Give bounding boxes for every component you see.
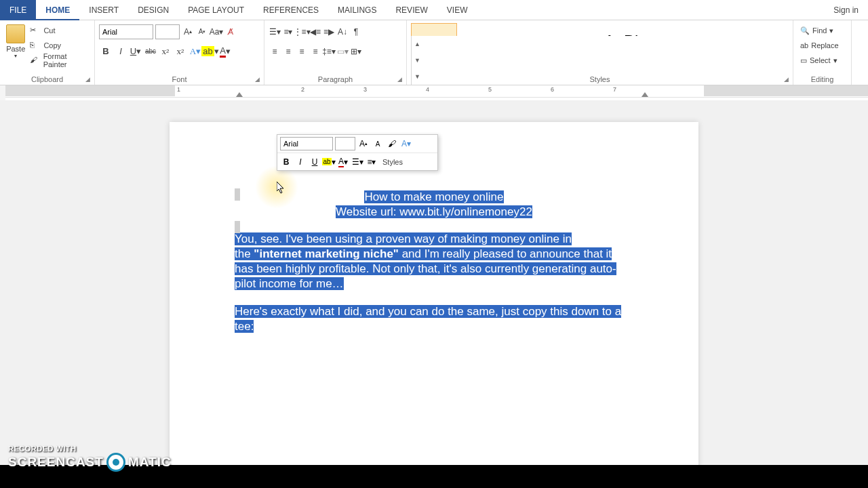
doc-title: How to make money online (364, 190, 503, 203)
tab-home[interactable]: HOME (36, 0, 79, 20)
replace-icon: ab (800, 41, 808, 49)
change-case-button[interactable]: Aa▾ (210, 25, 222, 39)
replace-button[interactable]: abReplace (797, 38, 847, 53)
align-right-button[interactable]: ≡ (296, 45, 308, 58)
doc-p2-line1: Here's exactly what I did, and you can d… (235, 305, 621, 318)
find-button[interactable]: 🔍Find ▾ (797, 23, 847, 38)
mini-styles-button[interactable]: Styles (380, 158, 406, 166)
mini-font-size[interactable] (335, 137, 355, 150)
multilevel-button[interactable]: ⋮≡▾ (296, 25, 308, 39)
style-title[interactable]: AaBlTitle (598, 23, 644, 36)
style-subtle-emphasis[interactable]: AaBbCcDcSubtle Em... (692, 23, 738, 36)
cut-button[interactable]: ✂Cut (30, 23, 90, 38)
paragraph-launcher[interactable]: ◢ (397, 76, 404, 83)
style-heading-2[interactable]: AaBbCcHeading 2 (551, 23, 597, 36)
mini-grow-font[interactable]: A▴ (357, 137, 370, 150)
mini-font-color[interactable]: A▾ (337, 155, 349, 169)
superscript-button[interactable]: x2 (174, 45, 187, 58)
group-paragraph: ☰▾ ≡▾ ⋮≡▾ ◀≡ ≡▶ A↓ ¶ ≡ ≡ ≡ ≡ ‡≡▾ ▭▾ ⊞▾ P… (264, 20, 407, 85)
style-heading-1[interactable]: AaBbCcHeading 1 (505, 23, 551, 36)
tab-file[interactable]: FILE (0, 0, 36, 20)
borders-button[interactable]: ⊞▾ (350, 45, 362, 58)
style-emphasis[interactable]: AaBbCcDcEmphasis (738, 23, 785, 36)
font-name-input[interactable] (99, 24, 153, 39)
sort-button[interactable]: A↓ (336, 25, 349, 39)
doc-p2-line2: tee: (235, 320, 254, 333)
tab-review[interactable]: REVIEW (386, 0, 437, 20)
font-color-button[interactable]: A▾ (218, 45, 232, 58)
format-painter-button[interactable]: 🖌Format Painter (30, 53, 90, 68)
paste-icon (6, 24, 25, 43)
clipboard-launcher[interactable]: ◢ (85, 76, 92, 83)
tab-insert[interactable]: INSERT (79, 0, 128, 20)
decrease-indent-button[interactable]: ◀≡ (309, 25, 321, 39)
clear-format-button[interactable]: A̸ (224, 25, 237, 39)
mini-toolbar: A▴ A 🖌 A▾ B I U ab▾ A▾ ☰▾ ≡▾ Styles (277, 134, 438, 171)
search-icon: 🔍 (800, 26, 810, 35)
strikethrough-button[interactable]: abc (144, 45, 157, 58)
group-label-font: Font (95, 75, 264, 83)
style-no-spacing[interactable]: AaBbCcDc¶ No Spac... (458, 23, 504, 36)
mini-shrink-font[interactable]: A (372, 137, 384, 150)
increase-indent-button[interactable]: ≡▶ (323, 25, 335, 39)
tab-page-layout[interactable]: PAGE LAYOUT (178, 0, 254, 20)
italic-button[interactable]: I (114, 45, 127, 58)
bold-button[interactable]: B (99, 45, 113, 58)
sign-in-link[interactable]: Sign in (824, 5, 868, 15)
mini-styles-icon[interactable]: A▾ (400, 137, 412, 150)
group-label-paragraph: Paragraph (264, 75, 406, 83)
group-editing: 🔍Find ▾ abReplace ▭Select ▾ Editing (793, 20, 852, 85)
doc-p1-line1: You, see. I've been using a proven way o… (235, 232, 572, 245)
group-label-clipboard: Clipboard (0, 75, 94, 83)
align-center-button[interactable]: ≡ (282, 45, 294, 58)
tab-mailings[interactable]: MAILINGS (328, 0, 386, 20)
style-normal[interactable]: AaBbCcDc¶ Normal (411, 23, 457, 36)
show-marks-button[interactable]: ¶ (350, 25, 362, 39)
styles-scroll-up[interactable]: ▲ (412, 36, 423, 52)
doc-p1-line3: has been highly profitable. Not only tha… (235, 262, 616, 275)
styles-scroll-down[interactable]: ▼ (412, 52, 423, 68)
mini-font-name[interactable] (280, 137, 333, 150)
align-left-button[interactable]: ≡ (269, 45, 281, 58)
tab-design[interactable]: DESIGN (128, 0, 178, 20)
styles-launcher[interactable]: ◢ (784, 76, 791, 83)
mini-underline[interactable]: U (309, 155, 321, 169)
group-styles: AaBbCcDc¶ Normal AaBbCcDc¶ No Spac... Aa… (407, 20, 793, 85)
mini-bold[interactable]: B (280, 155, 292, 169)
page[interactable]: How to make money online Website url: ww… (170, 122, 698, 465)
indent-marker-right[interactable] (642, 92, 648, 97)
copy-button[interactable]: ⎘Copy (30, 38, 90, 53)
subscript-button[interactable]: x2 (159, 45, 172, 58)
tab-view[interactable]: VIEW (437, 0, 477, 20)
shrink-font-button[interactable]: A▾ (196, 25, 208, 39)
line-spacing-button[interactable]: ‡≡▾ (323, 45, 335, 58)
style-subtitle[interactable]: AaBbCcDcSubtitle (645, 23, 691, 36)
paste-button[interactable]: Paste ▾ (4, 23, 27, 68)
group-clipboard: Paste ▾ ✂Cut ⎘Copy 🖌Format Painter Clipb… (0, 20, 95, 85)
cursor-icon: ▭ (800, 56, 807, 65)
font-size-input[interactable] (155, 24, 180, 39)
text-effects-button[interactable]: A▾ (189, 45, 202, 58)
mini-highlight[interactable]: ab▾ (323, 155, 335, 169)
line-marker (235, 221, 240, 233)
underline-button[interactable]: U▾ (129, 45, 142, 58)
indent-marker-left[interactable] (236, 92, 243, 97)
highlight-button[interactable]: ab▾ (203, 45, 217, 58)
mini-format-painter[interactable]: 🖌 (386, 137, 398, 150)
doc-p1-bold: "internet marketing niche" (254, 247, 399, 260)
shading-button[interactable]: ▭▾ (336, 45, 349, 58)
scissors-icon: ✂ (30, 26, 41, 35)
watermark-logo-icon (106, 453, 125, 472)
mouse-cursor (277, 182, 286, 194)
select-button[interactable]: ▭Select ▾ (797, 53, 847, 68)
numbering-button[interactable]: ≡▾ (282, 25, 294, 39)
grow-font-button[interactable]: A▴ (182, 25, 194, 39)
ribbon: Paste ▾ ✂Cut ⎘Copy 🖌Format Painter Clipb… (0, 20, 868, 85)
mini-bullets[interactable]: ☰▾ (351, 155, 363, 169)
mini-numbering[interactable]: ≡▾ (366, 155, 378, 169)
mini-italic[interactable]: I (294, 155, 307, 169)
font-launcher[interactable]: ◢ (255, 76, 262, 83)
tab-references[interactable]: REFERENCES (254, 0, 328, 20)
bullets-button[interactable]: ☰▾ (269, 25, 281, 39)
justify-button[interactable]: ≡ (309, 45, 321, 58)
